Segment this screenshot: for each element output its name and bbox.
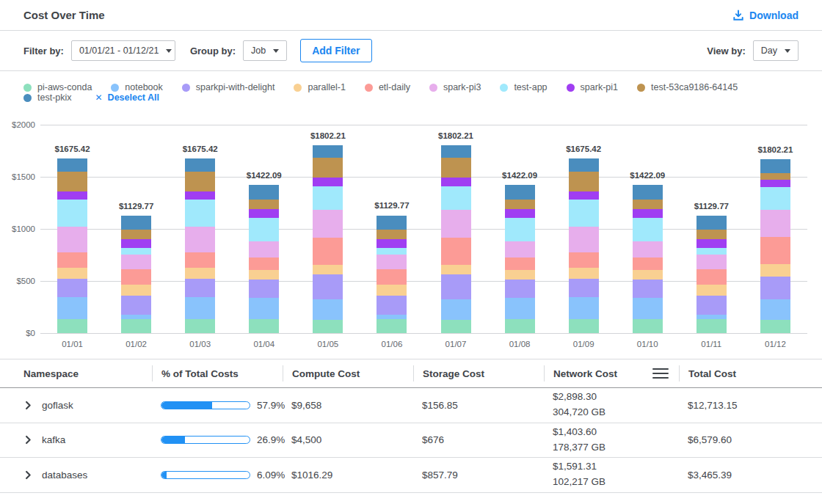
bar-segment-test-53ca9186-64145[interactable] [313,158,343,178]
bar-segment-test-pkix[interactable] [185,158,215,172]
bar-segment-test-pkix[interactable] [696,216,727,230]
bar-segment-spark-pi1[interactable] [760,180,790,187]
bar-segment-spark-pi1[interactable] [249,209,279,218]
bar-segment-spark-pi1[interactable] [185,191,215,200]
bar-segment-notebook[interactable] [569,297,599,319]
bar-segment-etl-daily[interactable] [313,238,343,265]
chevron-right-icon[interactable] [23,401,33,410]
bar-segment-etl-daily[interactable] [441,238,471,265]
bar-segment-test-app[interactable] [249,218,279,241]
bar-segment-notebook[interactable] [760,299,790,320]
bar-segment-etl-daily[interactable] [633,258,663,270]
legend-item-test-app[interactable]: test-app [500,82,547,92]
legend-item-sparkpi-with-delight[interactable]: sparkpi-with-delight [182,82,275,92]
bar-segment-test-app[interactable] [121,248,151,255]
legend-item-test-pkix[interactable]: test-pkix [23,92,72,103]
bar-segment-test-53ca9186-64145[interactable] [57,172,87,191]
bar-segment-spark-pi3[interactable] [569,227,599,253]
bar-segment-test-53ca9186-64145[interactable] [377,230,407,239]
bar-segment-test-app[interactable] [505,218,535,241]
legend-item-parallel-1[interactable]: parallel-1 [294,82,345,92]
stacked-bar[interactable] [760,159,790,333]
bar-segment-spark-pi3[interactable] [377,255,407,270]
bar-segment-pi-aws-conda[interactable] [313,320,343,333]
bar-segment-sparkpi-with-delight[interactable] [121,296,151,315]
table-row-databases[interactable]: databases6.09%$1016.29$857.79$1,591.3110… [0,458,822,493]
bar-segment-test-pkix[interactable] [377,216,407,230]
bar-segment-test-53ca9186-64145[interactable] [505,200,535,209]
bar-segment-parallel-1[interactable] [569,268,599,279]
bar-segment-etl-daily[interactable] [760,237,790,264]
bar-segment-parallel-1[interactable] [121,285,151,296]
bar-segment-etl-daily[interactable] [249,258,279,270]
bar-segment-spark-pi1[interactable] [633,209,663,218]
bar-segment-parallel-1[interactable] [633,270,663,280]
stacked-bar[interactable] [377,216,407,333]
download-button[interactable]: Download [732,10,799,21]
bar-segment-pi-aws-conda[interactable] [633,319,663,333]
bar-segment-test-app[interactable] [760,187,790,210]
deselect-all-button[interactable]: ✕Deselect All [95,92,159,103]
bar-segment-etl-daily[interactable] [569,252,599,268]
bar-segment-notebook[interactable] [249,298,279,319]
bar-segment-spark-pi3[interactable] [505,241,535,258]
bar-segment-test-pkix[interactable] [569,158,599,172]
date-range-select[interactable]: 01/01/21 - 01/12/21 [71,40,175,61]
bar-segment-test-53ca9186-64145[interactable] [121,230,151,239]
bar-segment-spark-pi1[interactable] [313,178,343,186]
bar-segment-test-pkix[interactable] [441,145,471,158]
legend-item-pi-aws-conda[interactable]: pi-aws-conda [23,82,92,92]
stacked-bar[interactable] [313,145,343,333]
bar-segment-notebook[interactable] [505,298,535,319]
bar-segment-test-app[interactable] [377,248,407,255]
bar-segment-spark-pi3[interactable] [696,255,727,270]
bar-segment-pi-aws-conda[interactable] [505,319,535,333]
legend-item-etl-daily[interactable]: etl-daily [365,82,410,92]
bar-segment-test-53ca9186-64145[interactable] [760,173,790,180]
bar-segment-etl-daily[interactable] [696,269,727,285]
legend-item-spark-pi1[interactable]: spark-pi1 [567,82,618,92]
bar-segment-sparkpi-with-delight[interactable] [569,279,599,298]
bar-segment-spark-pi3[interactable] [313,210,343,238]
namespace-cell[interactable]: databases [23,470,152,481]
bar-segment-test-53ca9186-64145[interactable] [696,230,727,239]
chevron-right-icon[interactable] [23,435,33,445]
bar-segment-parallel-1[interactable] [505,270,535,280]
namespace-cell[interactable]: kafka [23,434,152,445]
bar-segment-parallel-1[interactable] [760,264,790,277]
bar-segment-parallel-1[interactable] [441,265,471,274]
bar-segment-parallel-1[interactable] [696,285,727,296]
bar-segment-sparkpi-with-delight[interactable] [57,279,87,298]
bar-segment-test-app[interactable] [441,186,471,211]
bar-segment-test-app[interactable] [569,200,599,226]
bar-segment-test-app[interactable] [185,200,215,226]
stacked-bar[interactable] [569,158,599,333]
bar-segment-spark-pi3[interactable] [57,227,87,253]
view-by-select[interactable]: Day [753,40,799,61]
bar-segment-parallel-1[interactable] [249,270,279,280]
stacked-bar[interactable] [185,158,215,333]
bar-segment-pi-aws-conda[interactable] [441,320,471,333]
bar-segment-parallel-1[interactable] [377,285,407,296]
bar-segment-test-pkix[interactable] [57,158,87,172]
bar-segment-pi-aws-conda[interactable] [121,319,151,333]
legend-item-test-53ca9186-64145[interactable]: test-53ca9186-64145 [637,82,738,92]
namespace-cell[interactable]: goflask [23,400,152,411]
bar-segment-spark-pi1[interactable] [569,191,599,200]
bar-segment-pi-aws-conda[interactable] [57,319,87,333]
bar-segment-test-app[interactable] [633,218,663,241]
bar-segment-notebook[interactable] [441,299,471,320]
bar-segment-test-pkix[interactable] [121,216,151,230]
bar-segment-notebook[interactable] [313,299,343,320]
bar-segment-etl-daily[interactable] [57,252,87,268]
bar-segment-spark-pi1[interactable] [696,239,727,248]
add-filter-button[interactable]: Add Filter [300,39,371,62]
bar-segment-sparkpi-with-delight[interactable] [441,274,471,299]
stacked-bar[interactable] [121,216,151,333]
chevron-right-icon[interactable] [23,470,33,480]
bar-segment-sparkpi-with-delight[interactable] [633,280,663,298]
bar-segment-spark-pi1[interactable] [121,239,151,248]
bar-segment-spark-pi3[interactable] [633,241,663,258]
bar-segment-pi-aws-conda[interactable] [696,319,727,333]
bar-segment-spark-pi3[interactable] [760,210,790,238]
